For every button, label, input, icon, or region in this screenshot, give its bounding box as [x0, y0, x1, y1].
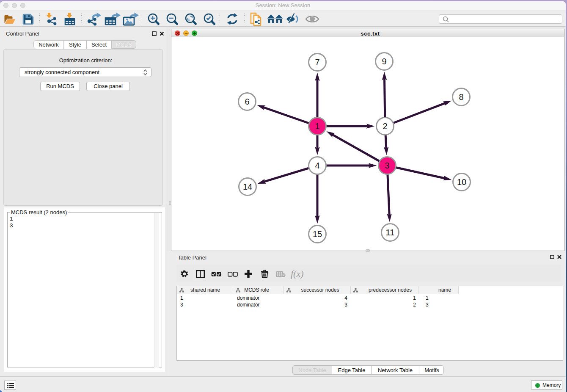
- svg-text:14: 14: [243, 182, 252, 191]
- svg-text:15: 15: [313, 229, 322, 239]
- svg-text:8: 8: [459, 92, 463, 102]
- svg-text:9: 9: [382, 57, 386, 66]
- svg-text:7: 7: [315, 58, 319, 67]
- svg-text:3: 3: [385, 161, 389, 170]
- svg-text:10: 10: [457, 177, 466, 187]
- svg-text:2: 2: [383, 121, 387, 131]
- svg-text:6: 6: [245, 97, 249, 106]
- svg-text:4: 4: [315, 161, 319, 170]
- svg-text:1: 1: [315, 121, 319, 131]
- svg-text:11: 11: [386, 228, 395, 237]
